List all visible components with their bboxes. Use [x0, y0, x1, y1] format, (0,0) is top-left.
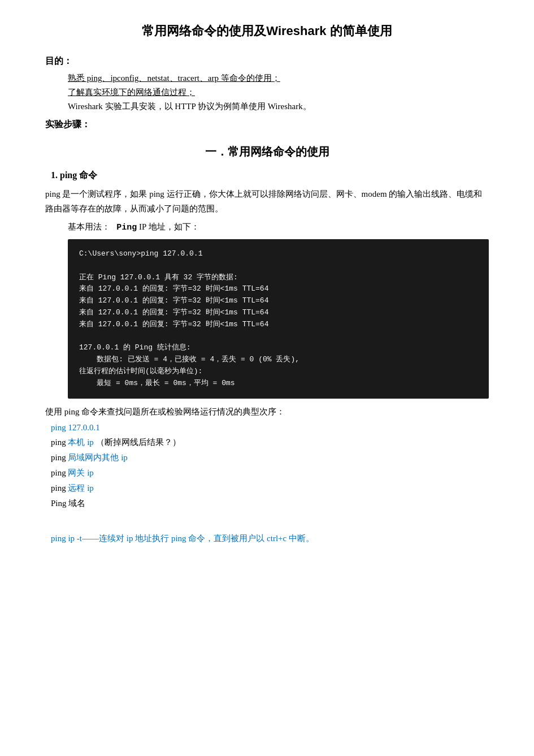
purpose-item-2: 了解真实环境下的网络通信过程； [68, 87, 489, 98]
ping-item-5: Ping 域名 [51, 498, 489, 509]
ping-ip-4: 远程 ip [68, 483, 93, 493]
ping-item-1: ping 本机 ip （断掉网线后结果？） [51, 437, 489, 448]
ping-cmd-0: ping 127.0.0.1 [51, 423, 100, 432]
ping-item-2: ping 局域网内其他 ip [51, 452, 489, 463]
terminal-block: C:\Users\sony>ping 127.0.0.1 正在 Ping 127… [68, 239, 489, 399]
basic-usage-rest: IP 地址，如下： [139, 222, 199, 231]
ping-item-4: ping 远程 ip [51, 483, 489, 494]
purpose-item-3: Wireshark 实验工具安装，以 HTTP 协议为例简单使用 Wiresha… [68, 101, 489, 112]
ping-cmd-1: ping [51, 438, 68, 447]
ping-heading: 1. ping 命令 [51, 170, 489, 182]
purpose-heading: 目的： [45, 55, 489, 67]
page-title: 常用网络命令的使用及Wireshark 的简单使用 [45, 23, 489, 40]
ping-cmd-2: ping [51, 453, 68, 462]
ping-ip-1: 本机 ip [68, 438, 93, 447]
ping-cmd-3: ping [51, 468, 68, 477]
ping-item-0: ping 127.0.0.1 [45, 423, 489, 433]
section1-heading: 一．常用网络命令的使用 [45, 144, 489, 159]
ping-ip-3: 网关 ip [68, 468, 93, 477]
purpose-item-1: 熟悉 ping、ipconfig、netstat、tracert、arp 等命令… [68, 73, 489, 84]
after-terminal-text: 使用 ping 命令来查找问题所在或检验网络运行情况的典型次序： [45, 407, 489, 417]
ping-intro: ping 是一个测试程序，如果 ping 运行正确，你大体上就可以排除网络访问层… [45, 187, 489, 216]
ping-extra-1: （断掉网线后结果？） [94, 438, 181, 447]
ping-cmd-5: Ping 域名 [51, 499, 85, 508]
ping-t-line: ping ip -t——连续对 ip 地址执行 ping 命令，直到被用户以 c… [51, 532, 489, 546]
basic-usage-label: 基本用法： [68, 222, 110, 231]
ping-ip-2: 局域网内其他 ip [68, 453, 127, 462]
ping-item-3: ping 网关 ip [51, 468, 489, 478]
basic-usage: 基本用法： Ping IP 地址，如下： [68, 222, 489, 232]
ping-cmd-4: ping [51, 483, 68, 493]
basic-usage-cmd: Ping [116, 223, 137, 232]
steps-heading: 实验步骤： [45, 119, 489, 131]
